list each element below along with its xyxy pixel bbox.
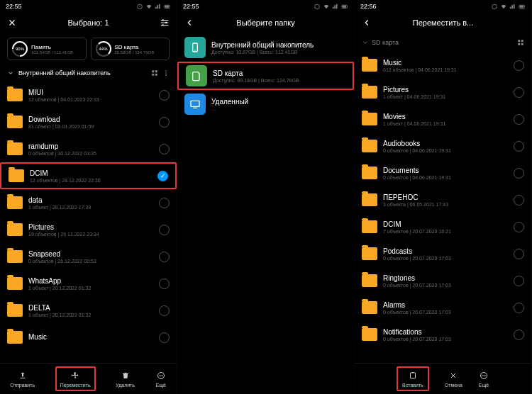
radio[interactable] — [514, 114, 524, 125]
back-icon[interactable] — [184, 18, 194, 28]
radio[interactable] — [514, 141, 524, 152]
signal-icon — [332, 3, 339, 10]
path-crumb[interactable]: SD карта — [355, 33, 531, 52]
file-row[interactable]: Notifications0 объектов | 20.07.2020 17:… — [355, 321, 531, 348]
file-row[interactable]: MIUI12 объектов | 04.01.2023 22:33 — [0, 81, 177, 108]
file-row[interactable]: DELTA1 объект | 20.12.2022 01:32 — [0, 297, 177, 324]
status-time: 22:55 — [183, 3, 199, 10]
svg-point-16 — [162, 375, 163, 376]
svg-rect-22 — [191, 101, 199, 106]
file-row[interactable]: WhatsApp1 объект | 20.12.2022 01:32 — [0, 270, 177, 297]
bottom-bar: Вставить Отмена Ещё — [355, 363, 531, 394]
folder-icon — [362, 59, 377, 72]
more-button[interactable]: Ещё — [478, 370, 489, 388]
radio[interactable] — [514, 87, 524, 98]
share-icon — [18, 371, 27, 380]
file-row[interactable]: ПЕРЕНОС3 объекта | 06.05.2021 17:43 — [355, 186, 531, 213]
storage-remote[interactable]: Удаленный... — [177, 90, 354, 118]
storage-internal[interactable]: Внутренний общий накопительДоступно: 10.… — [177, 33, 354, 62]
radio[interactable] — [514, 222, 524, 232]
svg-rect-29 — [521, 43, 523, 45]
file-row[interactable]: Alarms0 объектов | 20.07.2020 17:03 — [355, 294, 531, 321]
svg-point-32 — [482, 375, 483, 376]
delete-icon — [121, 371, 130, 380]
svg-rect-25 — [520, 6, 523, 7]
folder-icon — [7, 277, 23, 290]
progress-circle: 44% — [96, 41, 111, 57]
more-button[interactable]: Ещё — [155, 370, 167, 388]
folder-icon — [362, 140, 377, 152]
storage-name: Память — [31, 44, 73, 50]
battery-icon — [164, 3, 171, 10]
header-title: Переместить в... — [380, 18, 506, 27]
storage-sd[interactable]: SD картаДоступно: 69.18GB | Всего: 124.7… — [177, 62, 354, 90]
checkbox[interactable] — [159, 278, 170, 289]
storage-cards: 90% Память 101.54GB / 112.41GB 44% SD ка… — [0, 33, 177, 64]
checkbox[interactable] — [159, 90, 170, 101]
file-row-selected[interactable]: DCIM12 объектов | 28.12.2022 22:30 — [0, 162, 177, 189]
file-row[interactable]: Documents0 объектов | 04.06.2021 19:31 — [355, 159, 531, 186]
checkbox[interactable] — [159, 225, 170, 235]
radio[interactable] — [514, 195, 524, 206]
folder-icon — [362, 274, 377, 287]
svg-point-34 — [484, 375, 486, 376]
svg-rect-8 — [152, 74, 154, 76]
checkbox[interactable] — [159, 252, 170, 262]
checkbox[interactable] — [159, 144, 170, 154]
folder-icon — [7, 89, 23, 101]
delete-button[interactable]: Удалить — [116, 370, 135, 388]
folder-icon — [7, 304, 23, 317]
radio[interactable] — [514, 330, 524, 340]
alarm-icon — [136, 3, 143, 10]
file-row[interactable]: Download81 объект | 03.01.2023 01:59 — [0, 108, 177, 135]
settings-icon[interactable] — [160, 18, 170, 28]
svg-point-14 — [159, 375, 160, 376]
file-row[interactable]: Ringtones0 объектов | 20.07.2020 17:03 — [355, 267, 531, 294]
checkbox[interactable] — [159, 198, 170, 208]
file-row[interactable]: data1 объект | 28.12.2022 17:39 — [0, 189, 177, 216]
back-icon[interactable] — [362, 18, 372, 28]
folder-icon — [7, 250, 23, 263]
folder-icon — [9, 169, 24, 182]
grid-icon[interactable] — [151, 69, 158, 77]
file-row[interactable]: DCIM7 объектов | 20.07.2020 18:21 — [355, 213, 531, 240]
storage-card-internal[interactable]: 90% Память 101.54GB / 112.41GB — [7, 38, 87, 60]
battery-icon — [519, 3, 526, 10]
file-row[interactable]: Pictures19 объектов | 26.12.2022 23:34 — [0, 216, 177, 243]
radio[interactable] — [514, 276, 524, 286]
folder-icon — [7, 116, 23, 128]
header: Выбрано: 1 — [0, 12, 177, 33]
storage-card-sd[interactable]: 44% SD карта 55.58GB / 124.76GB — [91, 38, 170, 60]
file-row[interactable]: Music612 объектов | 04.06.2021 19:31 — [355, 52, 531, 79]
more-icon[interactable] — [162, 69, 170, 77]
file-row[interactable]: Movies1 объект | 04.06.2021 19:31 — [355, 106, 531, 133]
radio[interactable] — [514, 168, 524, 179]
more-icon — [480, 371, 488, 380]
folder-icon — [362, 328, 377, 341]
file-row[interactable]: Audiobooks0 объектов | 04.06.2021 19:31 — [355, 133, 531, 159]
checkbox[interactable] — [159, 332, 170, 343]
folder-icon — [362, 113, 377, 125]
radio[interactable] — [514, 249, 524, 259]
cancel-button[interactable]: Отмена — [445, 370, 462, 388]
svg-rect-28 — [518, 43, 520, 45]
move-button[interactable]: Переместить — [55, 366, 96, 391]
paste-button[interactable]: Вставить — [397, 366, 429, 391]
file-row[interactable]: Music — [0, 324, 177, 351]
file-row[interactable]: Pictures1 объект | 04.06.2021 19:31 — [355, 79, 531, 106]
share-button[interactable]: Отправить — [10, 370, 35, 388]
close-icon — [449, 371, 458, 380]
file-row[interactable]: Podcasts0 объектов | 20.07.2020 17:03 — [355, 240, 531, 267]
radio[interactable] — [514, 303, 524, 313]
grid-icon[interactable] — [517, 39, 524, 46]
header: Выберите папку — [177, 12, 354, 33]
checkbox[interactable] — [159, 117, 170, 128]
status-time: 22:56 — [360, 3, 377, 10]
checkbox[interactable] — [159, 305, 170, 316]
file-row[interactable]: ramdump0 объектов | 30.12.2022 03:35 — [0, 135, 177, 162]
radio[interactable] — [514, 60, 524, 71]
file-row[interactable]: Snapseed0 объектов | 26.12.2022 00:53 — [0, 243, 177, 270]
path-bar[interactable]: Внутренний общий накопитель — [0, 64, 177, 81]
checkbox-checked[interactable] — [157, 171, 168, 181]
close-icon[interactable] — [7, 18, 17, 28]
